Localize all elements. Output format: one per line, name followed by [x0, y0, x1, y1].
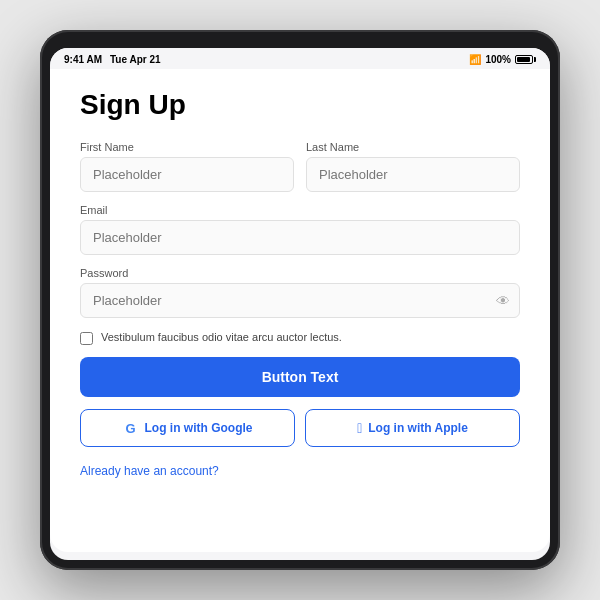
- checkbox-label: Vestibulum faucibus odio vitae arcu auct…: [101, 330, 342, 345]
- status-time: 9:41 AM: [64, 54, 102, 65]
- apple-login-button[interactable]:  Log in with Apple: [305, 409, 520, 447]
- battery-percent: 100%: [485, 54, 511, 65]
- last-name-label: Last Name: [306, 141, 520, 153]
- first-name-input[interactable]: [80, 157, 294, 192]
- battery-icon: [515, 55, 536, 64]
- apple-button-label: Log in with Apple: [368, 421, 468, 435]
- first-name-group: First Name: [80, 141, 294, 192]
- terms-checkbox[interactable]: [80, 332, 93, 345]
- email-input[interactable]: [80, 220, 520, 255]
- status-icons: 📶 100%: [469, 54, 536, 65]
- submit-button[interactable]: Button Text: [80, 357, 520, 397]
- eye-icon[interactable]: 👁: [496, 293, 510, 309]
- google-login-button[interactable]: G Log in with Google: [80, 409, 295, 447]
- status-bar: 9:41 AM Tue Apr 21 📶 100%: [50, 48, 550, 69]
- page-title: Sign Up: [80, 89, 520, 121]
- google-button-label: Log in with Google: [145, 421, 253, 435]
- password-label: Password: [80, 267, 520, 279]
- checkbox-row: Vestibulum faucibus odio vitae arcu auct…: [80, 330, 520, 345]
- social-buttons: G Log in with Google  Log in with Apple: [80, 409, 520, 447]
- wifi-icon: 📶: [469, 54, 481, 65]
- password-input-wrapper: 👁: [80, 283, 520, 318]
- password-input[interactable]: [80, 283, 520, 318]
- email-group: Email: [80, 204, 520, 255]
- tablet-screen: 9:41 AM Tue Apr 21 📶 100% Sign Up First …: [50, 48, 550, 560]
- name-row: First Name Last Name: [80, 141, 520, 192]
- screen-content: Sign Up First Name Last Name Email Passw…: [50, 69, 550, 552]
- google-icon: G: [123, 420, 139, 436]
- password-group: Password 👁: [80, 267, 520, 318]
- email-label: Email: [80, 204, 520, 216]
- tablet-frame: 9:41 AM Tue Apr 21 📶 100% Sign Up First …: [40, 30, 560, 570]
- first-name-label: First Name: [80, 141, 294, 153]
- last-name-input[interactable]: [306, 157, 520, 192]
- apple-icon: : [357, 420, 362, 436]
- status-date: Tue Apr 21: [110, 54, 161, 65]
- last-name-group: Last Name: [306, 141, 520, 192]
- login-link[interactable]: Already have an account?: [80, 464, 219, 478]
